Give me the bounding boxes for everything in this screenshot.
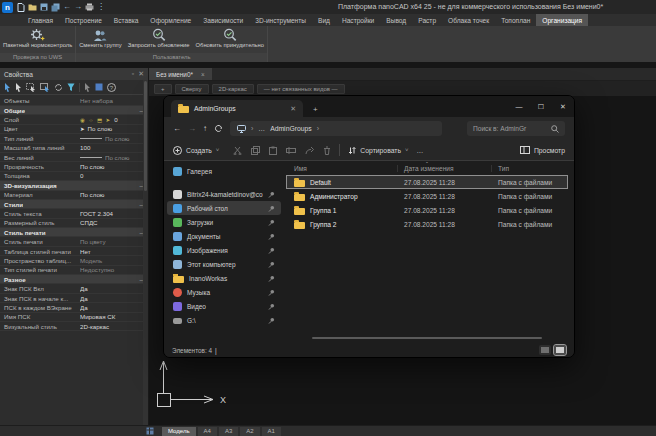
- breadcrumb-current[interactable]: AdminGroups: [270, 125, 312, 132]
- up-button[interactable]: ↑: [203, 124, 207, 133]
- force-update-button[interactable]: Обновить принудительно: [193, 26, 267, 53]
- property-row[interactable]: Общие: [0, 106, 148, 115]
- breadcrumb-ellipsis[interactable]: …: [258, 125, 265, 132]
- property-row[interactable]: Знак ПСК в начале к... Да: [0, 294, 148, 303]
- property-row[interactable]: Таблица стилей печати Нет: [0, 247, 148, 256]
- property-row[interactable]: Слой 0: [0, 115, 148, 124]
- property-row[interactable]: Пространство таблиц... Модель: [0, 256, 148, 265]
- property-row[interactable]: Размерный стиль СПДС: [0, 219, 148, 228]
- explorer-tab[interactable]: AdminGroups ✕: [171, 100, 303, 117]
- delete-icon[interactable]: [323, 146, 331, 155]
- save-all-icon[interactable]: [51, 3, 60, 12]
- file-row[interactable]: Группа 1 27.08.2025 11:28 Папка с файлам…: [286, 203, 568, 217]
- breadcrumb-chevron-icon[interactable]: ›: [317, 125, 319, 132]
- maximize-button[interactable]: ☐: [530, 103, 552, 111]
- column-name[interactable]: Имя: [286, 165, 398, 172]
- ribbon-tab[interactable]: Зависимости: [197, 14, 249, 26]
- property-row[interactable]: Стиль печати По цвету: [0, 237, 148, 246]
- batch-normcontrol-button[interactable]: Пакетный нормоконтроль: [0, 26, 75, 53]
- filter-icon[interactable]: [67, 83, 75, 92]
- share-icon[interactable]: [305, 146, 314, 155]
- file-row[interactable]: Группа 2 27.08.2025 11:28 Папка с файлам…: [286, 217, 568, 231]
- print-icon[interactable]: [85, 3, 94, 11]
- minimize-button[interactable]: —: [508, 103, 530, 110]
- property-row[interactable]: Толщина 0: [0, 172, 148, 181]
- layout-tab[interactable]: А1: [262, 427, 281, 436]
- forward-button[interactable]: →: [188, 124, 196, 133]
- undo-icon[interactable]: ←: [63, 3, 71, 11]
- sidebar-item[interactable]: Bitrix24-kamaletdinov@co: [167, 187, 281, 201]
- sidebar-item[interactable]: Этот компьютер: [167, 257, 281, 271]
- close-panel-icon[interactable]: ✕: [138, 68, 144, 80]
- help-icon[interactable]: ?: [107, 83, 116, 92]
- ribbon-tab[interactable]: Облака точек: [442, 14, 495, 26]
- property-row[interactable]: Имя ПСК Мировая СК: [0, 313, 148, 322]
- property-row[interactable]: Прозрачность По слою: [0, 162, 148, 171]
- sidebar-item[interactable]: InanoWorkas: [167, 271, 281, 285]
- more-options-button[interactable]: …: [416, 147, 423, 154]
- ribbon-tab[interactable]: Растр: [412, 14, 442, 26]
- open-icon[interactable]: [28, 3, 37, 11]
- sidebar-item[interactable]: Видео: [167, 299, 281, 313]
- save-icon[interactable]: [40, 3, 48, 11]
- horizontal-scrollbar[interactable]: [312, 337, 542, 339]
- ribbon-tab[interactable]: Оформление: [144, 14, 197, 26]
- ribbon-tab[interactable]: Организация: [536, 14, 588, 26]
- ribbon-tab[interactable]: Построение: [59, 14, 108, 26]
- view-orientation-button[interactable]: Сверху: [175, 84, 209, 94]
- copy-icon[interactable]: [251, 146, 260, 155]
- cut-icon[interactable]: [233, 146, 242, 155]
- redo-icon[interactable]: →: [74, 3, 82, 11]
- ribbon-tab[interactable]: Настройки: [336, 14, 380, 26]
- property-row[interactable]: Знак ПСК Вкл Да: [0, 284, 148, 293]
- sheet-manager-icon[interactable]: [146, 427, 154, 435]
- file-row[interactable]: Default 27.08.2025 11:28 Папка с файлами: [286, 175, 568, 189]
- cycle-selection-icon[interactable]: [54, 83, 63, 92]
- new-button[interactable]: Создать˅: [173, 146, 219, 155]
- ribbon-tab[interactable]: 3D-инструменты: [249, 14, 312, 26]
- property-row[interactable]: Визуальный стиль 2D-каркас: [0, 322, 148, 331]
- layout-tab[interactable]: А4: [198, 427, 217, 436]
- layout-tab[interactable]: А3: [219, 427, 238, 436]
- new-file-icon[interactable]: [17, 3, 25, 12]
- close-button[interactable]: ✕: [552, 103, 574, 111]
- nanocad-logo-icon[interactable]: n: [2, 2, 13, 13]
- close-tab-icon[interactable]: ✕: [290, 105, 296, 113]
- change-group-button[interactable]: Сменить группу: [76, 26, 124, 53]
- layout-tab[interactable]: А2: [240, 427, 259, 436]
- layout-tab[interactable]: Модель: [162, 427, 196, 436]
- property-row[interactable]: ПСК в каждом ВЭкране Да: [0, 303, 148, 312]
- sidebar-item[interactable]: Рабочий стол: [167, 201, 281, 215]
- viewport-expand-button[interactable]: +: [154, 84, 172, 94]
- objects-row[interactable]: Объекты Нет набора: [0, 95, 148, 106]
- sort-button[interactable]: Сортировать˅: [348, 146, 408, 155]
- linked-views-button[interactable]: — нет связанных видов —: [257, 84, 345, 94]
- refresh-button[interactable]: [214, 124, 223, 133]
- sidebar-item[interactable]: Загрузки: [167, 215, 281, 229]
- marquee-select-icon[interactable]: [26, 83, 36, 92]
- select-icon[interactable]: [4, 83, 11, 92]
- sidebar-item[interactable]: Документы: [167, 229, 281, 243]
- document-tab[interactable]: Без имени0* ×: [149, 68, 212, 80]
- sidebar-item[interactable]: G:\: [167, 313, 281, 327]
- calc-icon[interactable]: [95, 83, 103, 91]
- file-row[interactable]: Администратор 27.08.2025 11:28 Папка с ф…: [286, 189, 568, 203]
- properties-scrollbar[interactable]: [143, 80, 148, 425]
- ribbon-tab[interactable]: Вид: [312, 14, 336, 26]
- qat-more-icon[interactable]: ⋮: [97, 3, 105, 11]
- rect-select-icon[interactable]: [40, 83, 50, 92]
- property-row[interactable]: Тип линий По слою: [0, 134, 148, 143]
- large-icons-view-icon[interactable]: [554, 345, 566, 355]
- search-box[interactable]: Поиск в: AdminGr: [467, 121, 565, 136]
- back-button[interactable]: ←: [173, 124, 181, 133]
- property-row[interactable]: Вес линий По слою: [0, 153, 148, 162]
- request-update-button[interactable]: Запросить обновление: [125, 26, 193, 53]
- sidebar-item[interactable]: Галерея: [167, 164, 281, 178]
- quick-select-icon[interactable]: [84, 83, 91, 92]
- column-type[interactable]: Тип: [492, 165, 568, 172]
- property-row[interactable]: 3D-визуализация: [0, 181, 148, 190]
- column-date[interactable]: Дата изменения: [398, 165, 492, 172]
- sidebar-item[interactable]: Изображения: [167, 243, 281, 257]
- property-row[interactable]: Цвет По слою: [0, 125, 148, 134]
- ribbon-tab[interactable]: Вывод: [380, 14, 412, 26]
